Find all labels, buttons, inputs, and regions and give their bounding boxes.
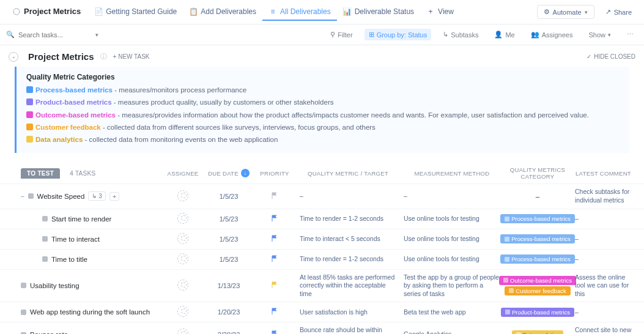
col-due[interactable]: DUE DATE↓ bbox=[204, 169, 253, 177]
groupby-button[interactable]: ⊞Group by: Status bbox=[365, 29, 432, 40]
category-cell[interactable]: Process-based metrics bbox=[504, 234, 571, 243]
due-date-cell[interactable]: 1/13/23 bbox=[204, 282, 253, 289]
task-name-cell[interactable]: Time to interact bbox=[9, 236, 161, 243]
col-metric[interactable]: QUALITY METRIC / TARGET bbox=[296, 170, 400, 177]
method-cell[interactable]: Use online tools for testing bbox=[400, 255, 504, 264]
subtask-count-badge[interactable]: ↳3 bbox=[88, 191, 106, 201]
comment-cell[interactable]: – bbox=[571, 215, 635, 223]
task-row[interactable]: Time to interact 1/5/23 Time to interact… bbox=[0, 229, 644, 249]
metric-cell[interactable]: Bounce rate should be within 26%-40% bbox=[296, 326, 400, 334]
assignee-cell[interactable] bbox=[161, 306, 204, 318]
due-date-cell[interactable]: 1/20/23 bbox=[204, 308, 253, 316]
metric-cell[interactable]: Time to render = 1-2 seconds bbox=[296, 255, 400, 264]
method-cell[interactable]: Use online tools for testing bbox=[400, 235, 504, 243]
comment-cell[interactable]: – bbox=[571, 235, 635, 243]
status-square-icon[interactable] bbox=[21, 332, 26, 334]
status-pill[interactable]: TO TEST bbox=[21, 168, 60, 179]
priority-cell[interactable] bbox=[253, 308, 296, 316]
category-cell[interactable]: Process-based metrics bbox=[504, 254, 571, 264]
col-priority[interactable]: PRIORITY bbox=[253, 170, 296, 177]
me-button[interactable]: 👤Me bbox=[490, 29, 519, 40]
subtasks-button[interactable]: ↳Subtasks bbox=[439, 29, 483, 40]
status-square-icon[interactable] bbox=[42, 256, 48, 262]
category-cell[interactable]: Product-based metrics bbox=[504, 308, 571, 317]
due-date-cell[interactable]: 1/5/23 bbox=[204, 236, 253, 243]
status-square-icon[interactable] bbox=[28, 193, 34, 199]
col-category[interactable]: QUALITY METRICS CATEGORY bbox=[504, 166, 571, 180]
status-square-icon[interactable] bbox=[21, 310, 26, 315]
chevron-down-icon[interactable]: ▾ bbox=[95, 32, 98, 38]
category-tag[interactable]: Process-based metrics bbox=[500, 254, 575, 264]
automate-button[interactable]: ⚙ Automate ▾ bbox=[537, 5, 594, 19]
due-date-cell[interactable]: 2/28/23 bbox=[204, 331, 253, 334]
metric-cell[interactable]: User satisfaction is high bbox=[296, 308, 400, 317]
category-cell[interactable]: Outcome-based metrics Customer feedback bbox=[504, 276, 571, 295]
assignee-cell[interactable] bbox=[161, 253, 204, 265]
info-icon[interactable]: ⓘ bbox=[100, 52, 107, 61]
task-row[interactable]: – Website Speed ↳3+ 1/5/23 – – – Check s… bbox=[0, 184, 644, 208]
assignee-cell[interactable] bbox=[161, 280, 204, 292]
view-tab[interactable]: 📄Getting Started Guide bbox=[88, 4, 183, 21]
assignee-cell[interactable] bbox=[161, 233, 204, 245]
task-row[interactable]: Start time to render 1/5/23 Time to rend… bbox=[0, 209, 644, 229]
method-cell[interactable]: – bbox=[400, 192, 504, 201]
more-button[interactable]: ⋯ bbox=[623, 29, 638, 40]
comment-cell[interactable]: – bbox=[571, 308, 635, 317]
status-group-header[interactable]: TO TEST 4 TASKS bbox=[9, 168, 161, 179]
show-button[interactable]: Show▾ bbox=[584, 29, 615, 40]
due-date-cell[interactable]: 1/5/23 bbox=[204, 193, 253, 200]
project-title-tab[interactable]: Project Metrics bbox=[6, 3, 87, 21]
method-cell[interactable]: Beta test the web app bbox=[400, 308, 504, 317]
collapse-toggle[interactable]: ⌄ bbox=[9, 52, 18, 62]
status-square-icon[interactable] bbox=[21, 283, 26, 288]
view-tab[interactable]: 📊Deliverable Status bbox=[337, 4, 420, 21]
metric-cell[interactable]: – bbox=[296, 192, 400, 201]
status-square-icon[interactable] bbox=[42, 216, 48, 221]
comment-cell[interactable]: – bbox=[571, 255, 635, 264]
task-row[interactable]: Web app testing during the soft launch 1… bbox=[0, 302, 644, 322]
comment-cell[interactable]: Connect site to new version of GA bbox=[571, 326, 635, 334]
category-cell[interactable]: – bbox=[504, 193, 571, 200]
view-tab[interactable]: 📋Add Deliverables bbox=[183, 4, 262, 21]
due-date-cell[interactable]: 1/5/23 bbox=[204, 215, 253, 223]
assignee-cell[interactable] bbox=[161, 328, 204, 334]
col-comment[interactable]: LATEST COMMENT bbox=[571, 170, 635, 177]
filter-button[interactable]: ⚲Filter bbox=[326, 29, 357, 40]
view-tab[interactable]: ≡All Deliverables bbox=[262, 4, 337, 21]
category-cell[interactable]: Process-based metrics bbox=[504, 214, 571, 223]
comment-cell[interactable]: Assess the online tool we can use for th… bbox=[571, 273, 635, 299]
status-square-icon[interactable] bbox=[42, 236, 48, 242]
expand-icon[interactable]: – bbox=[21, 193, 24, 199]
col-method[interactable]: MEASUREMENT METHOD bbox=[400, 170, 504, 177]
category-cell[interactable]: Data analytics bbox=[504, 330, 571, 334]
method-cell[interactable]: Use online tools for testing bbox=[400, 215, 504, 223]
comment-cell[interactable]: Check subtasks for individual metrics bbox=[571, 188, 635, 204]
due-date-cell[interactable]: 1/5/23 bbox=[204, 256, 253, 263]
task-row[interactable]: Bounce rate 2/28/23 Bounce rate should b… bbox=[0, 322, 644, 334]
method-cell[interactable]: Test the app by a group of people by ask… bbox=[400, 273, 504, 299]
col-assignee[interactable]: ASSIGNEE bbox=[161, 170, 204, 177]
task-row[interactable]: Time to title 1/5/23 Time to render = 1-… bbox=[0, 249, 644, 269]
share-button[interactable]: ↗ Share bbox=[599, 6, 638, 18]
category-tag[interactable]: Customer feedback bbox=[505, 286, 570, 295]
priority-cell[interactable] bbox=[253, 235, 296, 243]
new-task-button[interactable]: + NEW TASK bbox=[113, 53, 150, 60]
metric-cell[interactable]: Time to render = 1-2 seconds bbox=[296, 215, 400, 223]
category-tag[interactable]: Data analytics bbox=[512, 330, 564, 334]
assignees-button[interactable]: 👥Assignees bbox=[527, 29, 577, 40]
search-input[interactable] bbox=[18, 31, 92, 39]
search-box[interactable]: 🔍 ▾ bbox=[6, 31, 326, 39]
hide-closed-toggle[interactable]: ✓ HIDE CLOSED bbox=[587, 53, 635, 60]
assignee-cell[interactable] bbox=[161, 190, 204, 202]
task-name-cell[interactable]: Time to title bbox=[9, 256, 161, 263]
priority-cell[interactable] bbox=[253, 330, 296, 334]
view-tab[interactable]: +View bbox=[420, 4, 460, 21]
priority-cell[interactable] bbox=[253, 215, 296, 223]
priority-cell[interactable] bbox=[253, 192, 296, 201]
task-name-cell[interactable]: Usability testing bbox=[9, 282, 161, 289]
task-row[interactable]: Usability testing 1/13/23 At least 85% t… bbox=[0, 269, 644, 302]
category-tag[interactable]: Product-based metrics bbox=[501, 308, 574, 317]
priority-cell[interactable] bbox=[253, 281, 296, 290]
priority-cell[interactable] bbox=[253, 255, 296, 264]
category-tag[interactable]: Process-based metrics bbox=[500, 234, 575, 243]
